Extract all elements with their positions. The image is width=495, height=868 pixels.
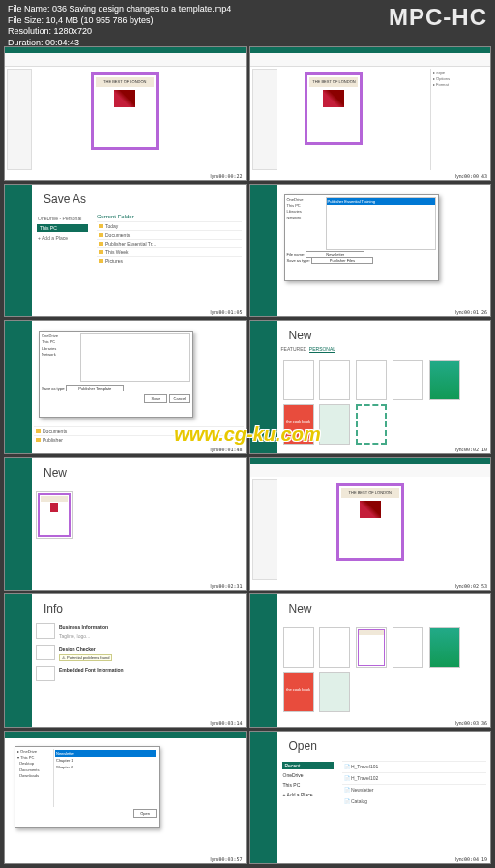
thumbnail[interactable]: Open Recent OneDrive This PC + Add a Pla… bbox=[249, 731, 492, 865]
thumbnail[interactable]: OneDrive This PC Libraries Network Publi… bbox=[249, 184, 492, 318]
newsletter-preview: THE BEST OF LONDON bbox=[91, 72, 159, 150]
file-info-header: File Name: 036 Saving design changes to … bbox=[0, 0, 495, 48]
thumbnail[interactable]: Save As OneDrive - Personal This PC + Ad… bbox=[4, 184, 247, 318]
thumbnail[interactable]: THE BEST OF LONDON ▸ Style▸ Options▸ For… bbox=[249, 46, 492, 181]
thumbnail-grid: THE BEST OF LONDON lynda00:00:22 THE BES… bbox=[4, 46, 491, 864]
thumbnail[interactable]: New the cook book lynda00:03:36 bbox=[249, 593, 492, 728]
thumbnail[interactable]: THE BEST OF LONDON lynda00:02:53 bbox=[249, 457, 492, 592]
save-dialog: OneDrive This PC Libraries Network Publi… bbox=[284, 194, 439, 281]
thumbnail[interactable]: New lynda00:02:31 bbox=[4, 457, 247, 592]
thumbnail[interactable]: Info Business InformationTagline, logo..… bbox=[4, 593, 247, 728]
watermark: www.cg-ku.com bbox=[174, 423, 321, 446]
thumbnail[interactable]: ▸ OneDrive▾ This PC Desktop Documents Do… bbox=[4, 731, 247, 865]
player-brand: MPC-HC bbox=[389, 4, 487, 31]
thumbnail[interactable]: THE BEST OF LONDON lynda00:00:22 bbox=[4, 46, 247, 181]
